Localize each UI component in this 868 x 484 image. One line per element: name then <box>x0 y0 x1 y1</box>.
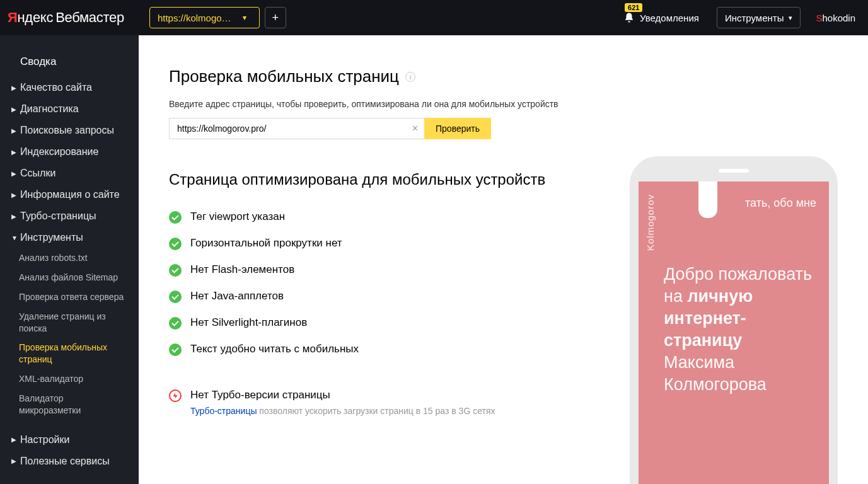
url-check-row: × Проверить <box>169 118 605 139</box>
sidebar: Сводка ▶Качество сайта ▶Диагностика ▶Пои… <box>0 35 139 484</box>
preview-hero-text: Добро пожаловать на личную интернет-стра… <box>664 263 814 396</box>
chevron-down-icon: ▾ <box>243 13 246 22</box>
sidebar-item-links[interactable]: ▶Ссылки <box>0 163 139 184</box>
preview-brand-vertical: Kolmogorov <box>645 194 656 251</box>
preview-bookmark-shape <box>698 182 717 218</box>
logo[interactable]: ЯндексВебмастер <box>8 9 124 26</box>
chevron-down-icon: ▾ <box>789 14 792 22</box>
phone-preview-column: Kolmogorov тать, обо мне Добро пожаловат… <box>630 67 838 484</box>
caret-right-icon: ▶ <box>11 170 18 177</box>
turbo-warning-icon <box>169 389 182 402</box>
sidebar-item-tools[interactable]: ▼Инструменты <box>0 227 139 248</box>
clear-input-icon[interactable]: × <box>412 124 418 134</box>
sidebar-sub-server-response[interactable]: Проверка ответа сервера <box>0 287 139 307</box>
notifications-button[interactable]: 621 Уведомления <box>623 12 699 23</box>
phone-frame: Kolmogorov тать, обо мне Добро пожаловат… <box>630 156 838 484</box>
check-ok-icon <box>169 291 182 303</box>
sidebar-item-indexing[interactable]: ▶Индексирование <box>0 141 139 163</box>
check-ok-icon <box>169 264 182 277</box>
add-site-button[interactable]: + <box>265 7 286 28</box>
check-item: Тег viewport указан <box>169 210 605 224</box>
sidebar-sub-sitemap[interactable]: Анализ файлов Sitemap <box>0 268 139 287</box>
check-item: Нет Java-апплетов <box>169 289 605 303</box>
sidebar-summary[interactable]: Сводка <box>0 50 139 77</box>
plus-icon: + <box>272 11 279 25</box>
caret-right-icon: ▶ <box>11 106 18 113</box>
caret-right-icon: ▶ <box>11 84 18 91</box>
caret-right-icon: ▶ <box>11 127 18 134</box>
turbo-warning: Нет Турбо-версии страницы Турбо-страницы… <box>169 388 605 416</box>
check-item: Нет Flash-элементов <box>169 263 605 277</box>
result-title: Страница оптимизирована для мобильных ус… <box>169 171 605 188</box>
sidebar-item-search-queries[interactable]: ▶Поисковые запросы <box>0 120 139 141</box>
user-menu[interactable]: Shokodin <box>816 13 855 23</box>
tools-dropdown[interactable]: Инструменты ▾ <box>717 7 801 28</box>
check-ok-icon <box>169 211 182 224</box>
check-ok-icon <box>169 317 182 330</box>
page-content: Проверка мобильных страниц i Введите адр… <box>139 35 868 484</box>
caret-right-icon: ▶ <box>11 458 18 464</box>
bell-icon <box>623 12 635 23</box>
sidebar-item-quality[interactable]: ▶Качество сайта <box>0 77 139 98</box>
check-button[interactable]: Проверить <box>424 118 491 139</box>
sidebar-item-site-info[interactable]: ▶Информация о сайте <box>0 184 139 205</box>
page-title: Проверка мобильных страниц i <box>169 67 605 86</box>
phone-screen: Kolmogorov тать, обо мне Добро пожаловат… <box>639 182 829 484</box>
url-input[interactable] <box>169 118 424 139</box>
check-ok-icon <box>169 238 182 250</box>
sidebar-item-turbo[interactable]: ▶Турбо-страницы <box>0 205 139 227</box>
info-icon[interactable]: i <box>405 72 415 82</box>
checks-list: Тег viewport указан Горизонтальной прокр… <box>169 210 605 357</box>
caret-right-icon: ▶ <box>11 192 18 199</box>
site-url-label: https://kolmogo… <box>158 13 231 23</box>
caret-right-icon: ▶ <box>11 149 18 156</box>
page-hint: Введите адрес страницы, чтобы проверить,… <box>169 99 605 109</box>
sidebar-sub-xml-validator[interactable]: XML-валидатор <box>0 369 139 389</box>
sidebar-sub-microdata[interactable]: Валидатор микроразметки <box>0 389 139 420</box>
check-item: Горизонтальной прокрутки нет <box>169 236 605 250</box>
check-ok-icon <box>169 343 182 356</box>
notif-label: Уведомления <box>640 13 699 23</box>
sidebar-sub-mobile-check[interactable]: Проверка мобильных страниц <box>0 338 139 369</box>
sidebar-sub-robots[interactable]: Анализ robots.txt <box>0 248 139 268</box>
phone-speaker <box>719 169 749 173</box>
sidebar-item-useful-services[interactable]: ▶Полезные сервисы <box>0 451 139 472</box>
turbo-subtitle: Турбо-страницы позволяют ускорить загруз… <box>190 406 495 416</box>
turbo-link[interactable]: Турбо-страницы <box>190 406 257 416</box>
caret-down-icon: ▼ <box>11 234 18 241</box>
caret-right-icon: ▶ <box>11 436 18 443</box>
sidebar-sub-remove-pages[interactable]: Удаление страниц из поиска <box>0 307 139 338</box>
turbo-title: Нет Турбо-версии страницы <box>190 388 495 402</box>
sidebar-item-diagnostics[interactable]: ▶Диагностика <box>0 98 139 120</box>
top-header: ЯндексВебмастер https://kolmogo… ▾ + 621… <box>0 0 868 35</box>
preview-nav-link: тать, обо мне <box>745 197 816 210</box>
check-item: Нет Silverlight-плагинов <box>169 316 605 330</box>
notification-badge: 621 <box>625 3 642 12</box>
site-selector[interactable]: https://kolmogo… ▾ <box>149 7 260 28</box>
check-item: Текст удобно читать с мобильных <box>169 342 605 356</box>
caret-right-icon: ▶ <box>11 213 18 220</box>
sidebar-item-settings[interactable]: ▶Настройки <box>0 429 139 451</box>
